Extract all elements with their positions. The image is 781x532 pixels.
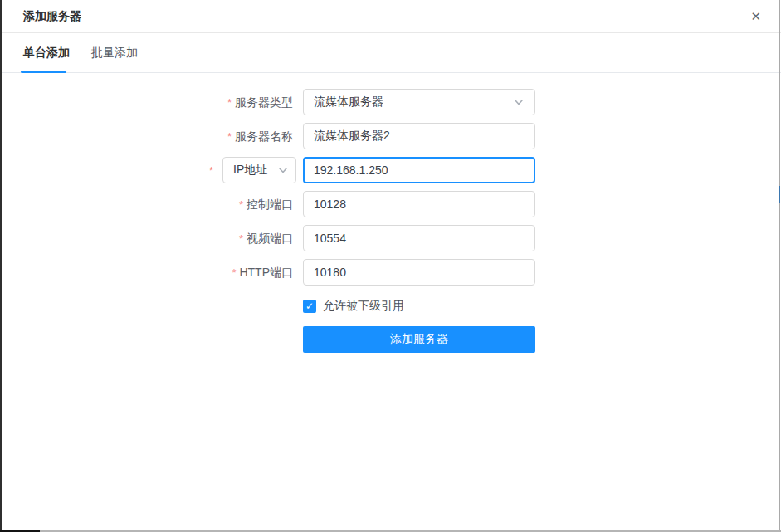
tab-batch-add-label: 批量添加 [91, 46, 138, 61]
server-type-row: *服务器类型 流媒体服务器 [0, 89, 781, 115]
http-port-input[interactable] [303, 259, 535, 286]
ip-address-input[interactable] [303, 157, 535, 183]
window-left-border [0, 0, 2, 532]
allow-reference-row: ✓ 允许被下级引用 [303, 300, 404, 313]
required-asterisk: * [227, 96, 232, 109]
close-icon[interactable]: ✕ [750, 0, 761, 33]
vertical-scrollbar-track[interactable] [779, 0, 780, 532]
tab-batch-add[interactable]: 批量添加 [91, 34, 138, 72]
control-port-input[interactable] [303, 191, 535, 217]
video-port-row: *视频端口 [0, 225, 781, 251]
dialog-title: 添加服务器 [23, 9, 81, 24]
server-name-label: *服务器名称 [0, 123, 293, 149]
dialog-header: 添加服务器 ✕ [0, 0, 781, 33]
ip-mode-value: IP地址 [233, 163, 267, 178]
required-asterisk: * [239, 232, 243, 245]
add-server-button[interactable]: 添加服务器 [303, 326, 535, 353]
active-tab-underline [21, 71, 66, 73]
video-port-input[interactable] [303, 225, 535, 251]
required-asterisk: * [209, 157, 213, 183]
server-name-input[interactable] [303, 123, 535, 149]
server-type-select[interactable]: 流媒体服务器 [303, 89, 535, 115]
required-asterisk: * [232, 266, 236, 279]
ip-mode-select[interactable]: IP地址 [222, 157, 296, 183]
chevron-down-icon [513, 96, 525, 108]
required-asterisk: * [239, 198, 243, 211]
tab-bar: 单台添加 批量添加 [0, 34, 781, 73]
control-port-row: *控制端口 [0, 191, 781, 217]
server-type-label: *服务器类型 [0, 89, 293, 115]
http-port-label: *HTTP端口 [0, 259, 293, 286]
http-port-row: *HTTP端口 [0, 259, 781, 286]
server-type-value: 流媒体服务器 [314, 95, 383, 110]
allow-reference-checkbox[interactable]: ✓ [303, 300, 316, 313]
vertical-scrollbar-thumb[interactable] [779, 186, 780, 203]
required-asterisk: * [227, 130, 232, 143]
tab-single-add-label: 单台添加 [23, 46, 70, 61]
add-server-dialog: 添加服务器 ✕ 单台添加 批量添加 *服务器类型 流媒体服务器 *服务器名称 *… [0, 0, 781, 532]
video-port-label: *视频端口 [0, 225, 293, 251]
tab-single-add[interactable]: 单台添加 [23, 34, 70, 72]
server-name-row: *服务器名称 [0, 123, 781, 149]
allow-reference-label: 允许被下级引用 [323, 299, 404, 314]
control-port-label: *控制端口 [0, 191, 293, 217]
ip-address-row: * IP地址 [0, 157, 781, 183]
chevron-down-icon [277, 164, 289, 176]
